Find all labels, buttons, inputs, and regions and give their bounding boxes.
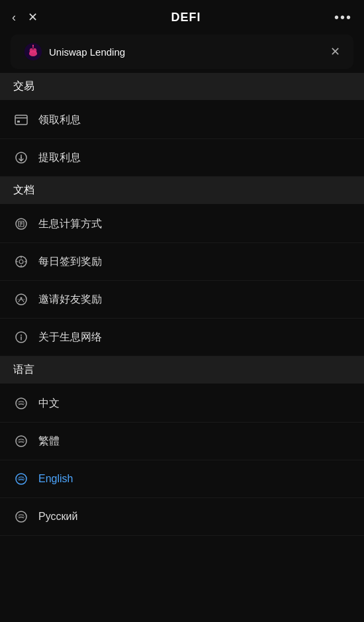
svg-rect-8 xyxy=(17,121,20,123)
lang-ru-icon xyxy=(13,509,29,525)
section-docs-header: 文档 xyxy=(0,177,364,204)
interest-calc-icon xyxy=(13,216,29,232)
menu-item-daily-checkin[interactable]: 每日签到奖励 xyxy=(0,243,364,281)
section-language-header: 语言 xyxy=(0,356,364,384)
menu-item-lang-zh[interactable]: 中文 xyxy=(0,385,364,423)
lang-zhtw-icon xyxy=(13,433,29,449)
menu-item-lang-zhtw[interactable]: 繁體 xyxy=(0,423,364,460)
app-bar-left: Uniswap Lending xyxy=(24,42,125,61)
header: ‹ ✕ DEFI ••• xyxy=(0,0,364,34)
svg-point-3 xyxy=(33,48,36,53)
withdraw-interest-icon xyxy=(13,150,29,166)
menu-item-withdraw-interest[interactable]: 提取利息 xyxy=(0,139,364,177)
daily-checkin-label: 每日签到奖励 xyxy=(38,255,102,269)
app-name: Uniswap Lending xyxy=(49,46,125,58)
menu-item-lang-ru[interactable]: Русский xyxy=(0,498,364,536)
app-close-icon[interactable]: ✕ xyxy=(330,44,340,59)
svg-point-2 xyxy=(30,48,33,53)
menu-item-about-network[interactable]: 关于生息网络 xyxy=(0,319,364,356)
app-bar: Uniswap Lending ✕ xyxy=(11,34,353,69)
back-icon[interactable]: ‹ xyxy=(12,11,16,25)
lang-ru-label: Русский xyxy=(38,511,77,523)
invite-friends-icon xyxy=(13,291,29,307)
menu-item-collect-interest[interactable]: 领取利息 xyxy=(0,101,364,139)
svg-point-17 xyxy=(19,260,23,264)
collect-interest-label: 领取利息 xyxy=(38,113,81,127)
about-network-label: 关于生息网络 xyxy=(38,331,102,344)
daily-checkin-icon xyxy=(13,254,29,270)
section-trade-header: 交易 xyxy=(0,73,364,100)
svg-point-5 xyxy=(32,45,34,47)
more-icon[interactable]: ••• xyxy=(334,10,352,25)
menu-item-invite-friends[interactable]: 邀请好友奖励 xyxy=(0,281,364,319)
header-left: ‹ ✕ xyxy=(12,10,38,25)
about-network-icon xyxy=(13,329,29,345)
lang-zhtw-label: 繁體 xyxy=(38,435,60,448)
svg-point-26 xyxy=(21,335,22,336)
header-title: DEFI xyxy=(171,11,201,25)
invite-friends-label: 邀请好友奖励 xyxy=(38,293,102,307)
lang-zh-label: 中文 xyxy=(38,397,60,411)
lang-en-label: English xyxy=(38,473,73,485)
close-icon[interactable]: ✕ xyxy=(28,10,38,25)
menu-item-interest-calc[interactable]: 生息计算方式 xyxy=(0,205,364,243)
lang-zh-icon xyxy=(13,395,29,411)
lang-en-icon xyxy=(13,471,29,487)
svg-rect-6 xyxy=(15,115,27,125)
withdraw-interest-label: 提取利息 xyxy=(38,151,81,165)
menu-item-lang-en[interactable]: English xyxy=(0,460,364,498)
collect-interest-icon xyxy=(13,112,29,128)
svg-point-10 xyxy=(21,157,22,158)
app-logo-icon xyxy=(24,42,42,61)
svg-point-23 xyxy=(21,297,23,299)
interest-calc-label: 生息计算方式 xyxy=(38,217,102,231)
